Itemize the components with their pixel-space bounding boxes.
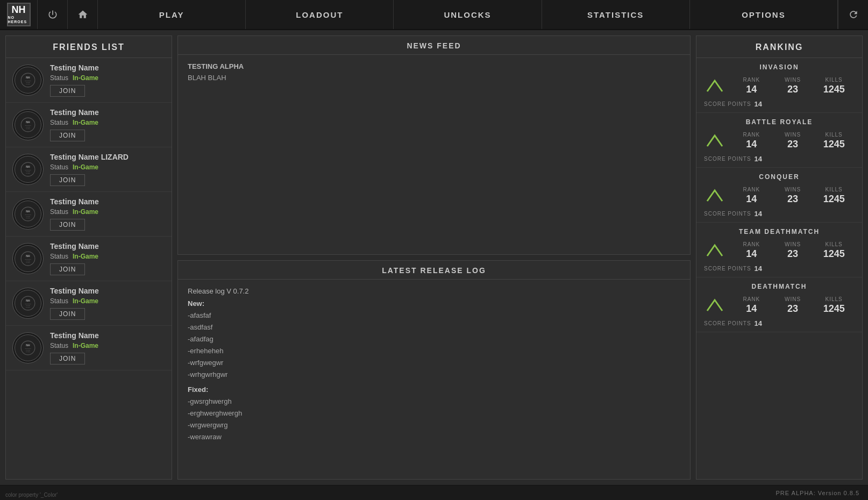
home-button[interactable] [68, 0, 98, 29]
nav-item-statistics[interactable]: STATISTICS [542, 0, 690, 29]
refresh-button[interactable] [838, 0, 868, 29]
stat-wins: WINS 23 [772, 187, 814, 205]
center-panel: NEWS FEED TESTING ALPHA BLAH BLAH LATEST… [177, 35, 691, 480]
rank-value: 14 [731, 303, 772, 315]
friend-name: Testing Name [50, 108, 165, 117]
rank-section-title: TEAM DEATHMATCH [704, 228, 855, 235]
logo-area: NH NO HEROES [0, 0, 38, 29]
rank-section-title: CONQUER [704, 173, 855, 181]
friends-panel: FRIENDS LIST NH DRUNKEN LIZARD GAMES Tes… [5, 35, 172, 480]
kills-value: 1245 [813, 139, 855, 150]
wins-value: 23 [772, 139, 814, 150]
kills-value: 1245 [813, 303, 855, 315]
friend-item: NH DRUNKEN LIZARD GAMES Testing Name Sta… [6, 237, 172, 281]
friend-info: Testing Name Status In-Game JOIN [50, 331, 165, 365]
rank-row: RANK 14 WINS 23 KILLS 1245 [704, 295, 855, 316]
wins-value: 23 [772, 248, 814, 260]
join-button[interactable]: JOIN [50, 130, 85, 141]
wins-header: WINS [772, 77, 814, 83]
power-button[interactable] [38, 0, 68, 29]
friend-info: Testing Name Status In-Game JOIN [50, 63, 165, 97]
friend-item: NH DRUNKEN LIZARD GAMES Testing Name Sta… [6, 58, 172, 103]
stat-kills: KILLS 1245 [813, 187, 855, 205]
rank-value: 14 [731, 248, 772, 260]
rank-stats: RANK 14 WINS 23 KILLS 1245 [731, 241, 855, 260]
rank-row: RANK 14 WINS 23 KILLS 1245 [704, 130, 855, 152]
nav-items: PLAY LOADOUT UNLOCKS STATISTICS OPTIONS [98, 0, 838, 29]
avatar-inner: NH DRUNKEN LIZARD GAMES [15, 201, 41, 227]
kills-value: 1245 [813, 248, 855, 260]
join-button[interactable]: JOIN [50, 219, 85, 231]
nav-item-unlocks[interactable]: UNLOCKS [394, 0, 542, 29]
svg-text:GAMES: GAMES [26, 262, 31, 263]
nav-item-play[interactable]: PLAY [98, 0, 246, 29]
chevron-icon [705, 186, 724, 205]
rank-header: RANK [731, 77, 772, 83]
svg-text:GAMES: GAMES [26, 173, 31, 174]
friends-list: NH DRUNKEN LIZARD GAMES Testing Name Sta… [6, 58, 172, 479]
friend-name: Testing Name [50, 331, 165, 340]
nav-item-options[interactable]: OPTIONS [690, 0, 838, 29]
join-button[interactable]: JOIN [50, 263, 85, 275]
svg-text:DRUNKEN: DRUNKEN [25, 169, 31, 170]
friend-name: Testing Name [50, 63, 165, 72]
svg-text:LIZARD: LIZARD [26, 260, 30, 261]
main-content: FRIENDS LIST NH DRUNKEN LIZARD GAMES Tes… [0, 30, 868, 485]
avatar-inner: NH DRUNKEN LIZARD GAMES [15, 111, 41, 138]
nav-item-loadout[interactable]: LOADOUT [246, 0, 394, 29]
stat-wins: WINS 23 [772, 296, 814, 315]
friend-avatar: NH DRUNKEN LIZARD GAMES [12, 198, 44, 230]
news-feed-title: NEWS FEED [178, 36, 690, 55]
rank-section-title: DEATHMATCH [704, 283, 855, 290]
status-bar: PRE ALPHA: Version 0.8.5 [0, 485, 868, 500]
release-fixed-items: -gwsrghwergh-erghwerghwergh-wrgwergwrg-w… [188, 396, 680, 443]
avatar-logo-icon: NH DRUNKEN LIZARD GAMES [20, 296, 35, 311]
svg-text:GAMES: GAMES [26, 306, 31, 308]
score-label: SCORE POINTS [704, 320, 751, 326]
score-label: SCORE POINTS [704, 266, 751, 272]
rank-section-title: INVASION [704, 63, 855, 71]
rank-chevron-icon [704, 295, 725, 316]
score-points-row: SCORE POINTS 14 [704, 155, 855, 163]
avatar-inner: NH DRUNKEN LIZARD GAMES [15, 156, 41, 183]
release-new-items: -afasfaf-asdfasf-afadfag-erheheheh-wrfgw… [188, 310, 680, 381]
status-value: In-Game [73, 253, 98, 260]
svg-text:LIZARD: LIZARD [26, 349, 30, 351]
rank-section-battle-royale: BATTLE ROYALE RANK 14 WINS 23 KILLS 1245 [696, 113, 862, 168]
kills-value: 1245 [813, 194, 855, 205]
friend-item: NH DRUNKEN LIZARD GAMES Testing Name Sta… [6, 103, 172, 147]
chevron-icon [705, 76, 724, 96]
rank-stats: RANK 14 WINS 23 KILLS 1245 [731, 187, 855, 205]
friend-item: NH DRUNKEN LIZARD GAMES Testing Name LIZ… [6, 147, 172, 192]
kills-header: KILLS [813, 77, 855, 83]
news-panel: NEWS FEED TESTING ALPHA BLAH BLAH [177, 35, 691, 255]
logo-sub: NO HEROES [8, 16, 30, 24]
stat-kills: KILLS 1245 [813, 132, 855, 150]
join-button[interactable]: JOIN [50, 353, 85, 365]
svg-text:LIZARD: LIZARD [26, 305, 30, 306]
rank-section-invasion: INVASION RANK 14 WINS 23 KILLS 1245 [696, 58, 862, 113]
news-alpha-title: TESTING ALPHA [188, 62, 680, 70]
rank-chevron-icon [704, 240, 725, 261]
rank-chevron-icon [704, 185, 725, 206]
join-button[interactable]: JOIN [50, 174, 85, 186]
status-value: In-Game [73, 342, 98, 349]
friend-avatar: NH DRUNKEN LIZARD GAMES [12, 154, 44, 185]
kills-header: KILLS [813, 132, 855, 138]
svg-text:NH: NH [26, 254, 30, 258]
svg-text:DRUNKEN: DRUNKEN [25, 125, 31, 126]
friend-info: Testing Name Status In-Game JOIN [50, 242, 165, 275]
join-button[interactable]: JOIN [50, 308, 85, 320]
chevron-icon [705, 296, 724, 315]
status-value: In-Game [73, 119, 98, 126]
score-value: 14 [755, 210, 762, 218]
friend-avatar: NH DRUNKEN LIZARD GAMES [12, 288, 44, 319]
friend-info: Testing Name Status In-Game JOIN [50, 108, 165, 141]
wins-value: 23 [772, 84, 814, 95]
score-points-row: SCORE POINTS 14 [704, 100, 855, 108]
join-button[interactable]: JOIN [50, 85, 85, 97]
refresh-icon [848, 9, 859, 20]
status-label: Status [50, 163, 68, 171]
svg-text:DRUNKEN: DRUNKEN [25, 80, 31, 81]
svg-text:NH: NH [26, 210, 30, 213]
